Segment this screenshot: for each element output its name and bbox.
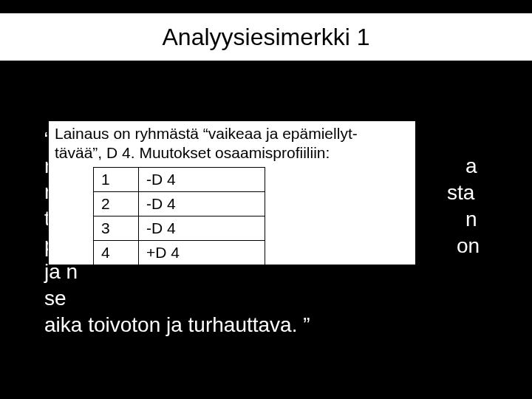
overlay-caption: Lainaus on ryhmästä “vaikeaa ja epämiell… [49,121,415,167]
cell-n: 1 [94,167,139,191]
cell-v: +D 4 [139,240,265,265]
overlay-caption-line2: tävää”, D 4. Muutokset osaamisprofiiliin… [55,144,330,161]
table-row: 1 -D 4 [94,167,265,191]
overlay-caption-line1: Lainaus on ryhmästä “vaikeaa ja epämiell… [55,125,358,142]
cell-v: -D 4 [139,167,265,191]
quote-frag-4: sta [447,180,474,206]
table-row: 4 +D 4 [94,240,265,265]
cell-n: 4 [94,240,139,265]
quote-frag-5: n [466,206,477,233]
overlay-box: Lainaus on ryhmästä “vaikeaa ja epämiell… [48,120,416,265]
quote-frag-6: on [457,233,480,259]
cell-n: 2 [94,191,139,216]
title-bar: Analyysiesimerkki 1 [0,13,532,61]
page-title: Analyysiesimerkki 1 [163,24,370,51]
cell-v: -D 4 [139,216,265,240]
table-row: 2 -D 4 [94,191,265,216]
cell-v: -D 4 [139,191,265,216]
table-row: 3 -D 4 [94,216,265,240]
cell-n: 3 [94,216,139,240]
quote-frag-3: a [466,153,477,180]
overlay-table: 1 -D 4 2 -D 4 3 -D 4 4 +D 4 [93,167,265,265]
